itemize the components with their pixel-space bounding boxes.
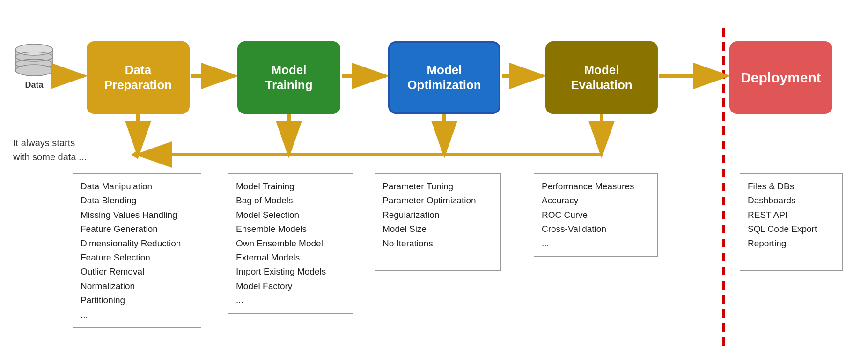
info-item: REST API xyxy=(748,208,835,222)
model-evaluation-info-box: Performance Measures Accuracy ROC Curve … xyxy=(534,173,658,257)
info-item: Missing Values Handling xyxy=(81,208,193,222)
info-item: Normalization xyxy=(81,279,193,293)
info-item: SQL Code Export xyxy=(748,222,835,236)
info-item: Ensemble Models xyxy=(236,222,346,236)
info-item: Feature Generation xyxy=(81,222,193,236)
info-item: ... xyxy=(542,237,650,251)
info-item: Accuracy xyxy=(542,193,650,208)
info-item: Reporting xyxy=(748,237,835,251)
info-item: ... xyxy=(748,251,835,265)
info-item: External Models xyxy=(236,251,346,265)
data-prep-info-box: Data Manipulation Data Blending Missing … xyxy=(73,173,201,328)
model-optimization-box: Model Optimization xyxy=(388,41,500,114)
info-item: Cross-Validation xyxy=(542,222,650,236)
info-item: Model Factory xyxy=(236,279,346,293)
info-item: Parameter Tuning xyxy=(383,179,493,193)
info-item: Own Ensemble Model xyxy=(236,237,346,251)
info-item: Performance Measures xyxy=(542,179,650,193)
info-item: ... xyxy=(81,308,193,322)
model-training-info-box: Model Training Bag of Models Model Selec… xyxy=(228,173,353,314)
info-item: Parameter Optimization xyxy=(383,193,493,208)
deployment-box: Deployment xyxy=(729,41,832,114)
info-item: Outlier Removal xyxy=(81,265,193,279)
info-item: Partitioning xyxy=(81,293,193,307)
deployment-info-box: Files & DBs Dashboards REST API SQL Code… xyxy=(740,173,843,271)
italic-description: It always starts with some data ... xyxy=(13,136,87,164)
info-item: Model Size xyxy=(383,222,493,236)
diagram-container: Data It always starts with some data ... xyxy=(0,0,868,357)
info-item: Dashboards xyxy=(748,193,835,208)
model-evaluation-box: Model Evaluation xyxy=(545,41,658,114)
info-item: No Iterations xyxy=(383,237,493,251)
model-optimization-info-box: Parameter Tuning Parameter Optimization … xyxy=(375,173,501,271)
info-item: Model Selection xyxy=(236,208,346,222)
data-label: Data xyxy=(13,80,55,90)
model-training-box: Model Training xyxy=(237,41,340,114)
info-item: Model Training xyxy=(236,179,346,193)
info-item: ... xyxy=(236,293,346,307)
svg-point-4 xyxy=(15,65,53,76)
info-item: Bag of Models xyxy=(236,193,346,208)
info-item: Files & DBs xyxy=(748,179,835,193)
svg-marker-19 xyxy=(131,150,138,159)
data-preparation-box: Data Preparation xyxy=(87,41,190,114)
data-icon: Data xyxy=(13,41,55,90)
info-item: Import Existing Models xyxy=(236,265,346,279)
info-item: ROC Curve xyxy=(542,208,650,222)
info-item: Data Manipulation xyxy=(81,179,193,193)
info-item: ... xyxy=(383,251,493,265)
info-item: Data Blending xyxy=(81,193,193,208)
info-item: Regularization xyxy=(383,208,493,222)
dashed-divider-line xyxy=(722,28,725,347)
info-item: Dimensionality Reduction xyxy=(81,237,193,251)
info-item: Feature Selection xyxy=(81,251,193,265)
